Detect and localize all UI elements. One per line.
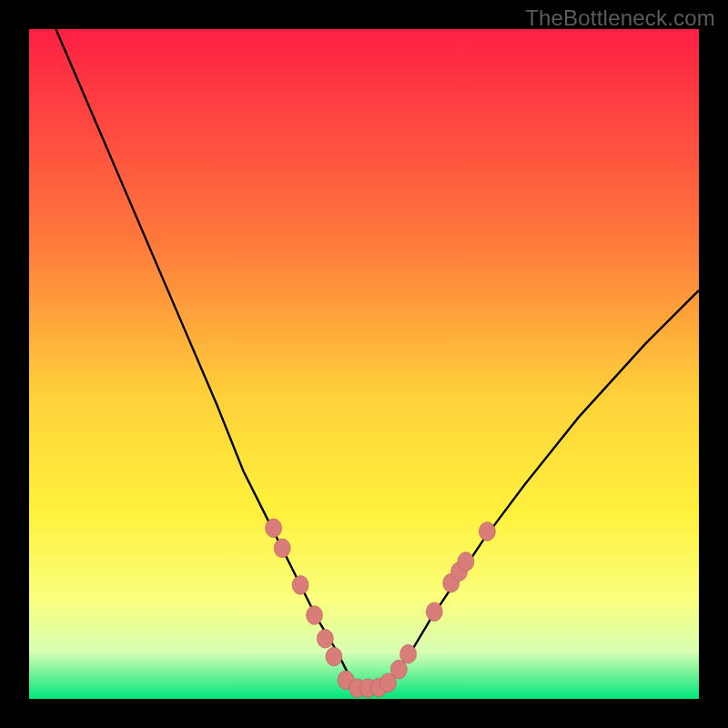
- curve-marker: [307, 606, 323, 625]
- curve-marker: [479, 522, 495, 541]
- chart-svg: [29, 29, 699, 699]
- plot-area: [29, 29, 699, 699]
- chart-frame: TheBottleneck.com: [0, 0, 728, 728]
- curve-marker: [458, 552, 474, 571]
- curve-marker: [326, 647, 342, 666]
- curve-marker: [426, 602, 442, 622]
- curve-marker: [274, 539, 290, 558]
- curve-marker: [317, 629, 333, 648]
- gradient-background: [29, 29, 699, 699]
- curve-marker: [390, 660, 407, 679]
- curve-marker: [292, 576, 308, 595]
- watermark-text: TheBottleneck.com: [525, 5, 715, 31]
- curve-marker: [400, 644, 417, 663]
- curve-marker: [266, 519, 282, 538]
